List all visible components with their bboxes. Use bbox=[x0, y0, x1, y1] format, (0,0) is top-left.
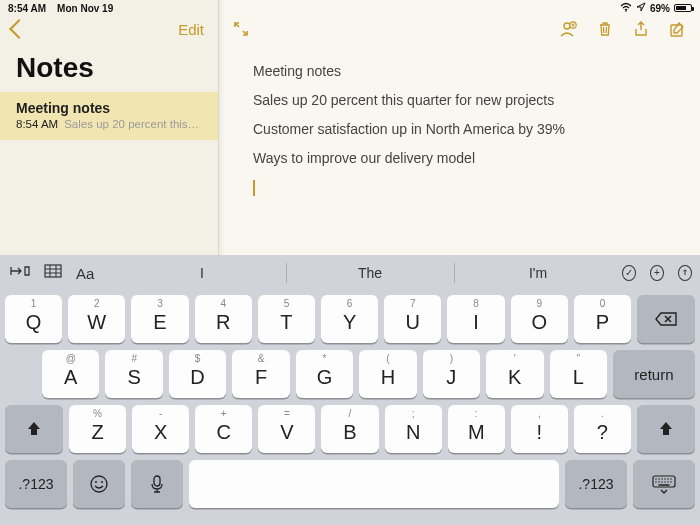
key-w[interactable]: 2W bbox=[68, 295, 125, 343]
format-button[interactable]: Aa bbox=[76, 265, 94, 282]
key-y[interactable]: 6Y bbox=[321, 295, 378, 343]
note-line: Customer satisfaction up in North Americ… bbox=[253, 120, 690, 139]
back-icon[interactable] bbox=[9, 19, 29, 39]
check-circle-icon[interactable]: ✓ bbox=[622, 265, 636, 281]
key-rows: 1Q2W3E4R5T6Y7U8I9O0P @A#S$D&F*G(H)J'K"L … bbox=[0, 291, 700, 525]
key-m[interactable]: :M bbox=[448, 405, 505, 453]
note-line: Meeting notes bbox=[253, 62, 690, 81]
battery-pct: 69% bbox=[650, 3, 670, 14]
plus-circle-icon[interactable]: + bbox=[650, 265, 664, 281]
note-item-preview: Sales up 20 percent this… bbox=[64, 118, 199, 130]
edit-button[interactable]: Edit bbox=[178, 21, 204, 38]
key-n[interactable]: ;N bbox=[385, 405, 442, 453]
pen-circle-icon[interactable] bbox=[678, 265, 692, 281]
mic-key[interactable] bbox=[131, 460, 183, 508]
key-k[interactable]: 'K bbox=[486, 350, 543, 398]
trash-icon[interactable] bbox=[596, 20, 614, 38]
space-key[interactable] bbox=[189, 460, 559, 508]
tab-key-icon[interactable] bbox=[8, 264, 30, 282]
sidebar-title: Notes bbox=[0, 48, 218, 92]
note-item-title: Meeting notes bbox=[16, 100, 202, 116]
key-r[interactable]: 4R bbox=[195, 295, 252, 343]
key-p[interactable]: 0P bbox=[574, 295, 631, 343]
text-cursor bbox=[253, 180, 255, 196]
key-g[interactable]: *G bbox=[296, 350, 353, 398]
key-row-3: %Z-X+C=V/B;N:M,!.? bbox=[5, 405, 695, 453]
status-bar: 8:54 AM Mon Nov 19 69% bbox=[0, 0, 700, 16]
key-?[interactable]: .? bbox=[574, 405, 631, 453]
note-line: Ways to improve our delivery model bbox=[253, 149, 690, 168]
key-q[interactable]: 1Q bbox=[5, 295, 62, 343]
key-v[interactable]: =V bbox=[258, 405, 315, 453]
svg-rect-4 bbox=[45, 265, 61, 277]
suggestions: I The I'm bbox=[118, 255, 622, 291]
svg-point-7 bbox=[101, 481, 103, 483]
key-o[interactable]: 9O bbox=[511, 295, 568, 343]
emoji-key[interactable] bbox=[73, 460, 125, 508]
status-left: 8:54 AM Mon Nov 19 bbox=[8, 3, 113, 14]
location-icon bbox=[636, 2, 646, 14]
key-s[interactable]: #S bbox=[105, 350, 162, 398]
battery-icon bbox=[674, 4, 692, 12]
suggestion[interactable]: I bbox=[118, 255, 286, 291]
key-row-2: @A#S$D&F*G(H)J'K"L return bbox=[5, 350, 695, 398]
key-j[interactable]: )J bbox=[423, 350, 480, 398]
key-h[interactable]: (H bbox=[359, 350, 416, 398]
svg-rect-8 bbox=[154, 476, 160, 486]
table-icon[interactable] bbox=[44, 264, 62, 282]
add-person-icon[interactable] bbox=[558, 19, 578, 39]
share-icon[interactable] bbox=[632, 20, 650, 38]
backspace-key[interactable] bbox=[637, 295, 695, 343]
suggestion[interactable]: I'm bbox=[454, 255, 622, 291]
note-list-item[interactable]: Meeting notes 8:54 AMSales up 20 percent… bbox=[0, 92, 218, 140]
key-x[interactable]: -X bbox=[132, 405, 189, 453]
wifi-icon bbox=[620, 2, 632, 14]
status-right: 69% bbox=[620, 2, 692, 14]
note-item-subtitle: 8:54 AMSales up 20 percent this… bbox=[16, 118, 202, 130]
svg-point-6 bbox=[95, 481, 97, 483]
key-row-1: 1Q2W3E4R5T6Y7U8I9O0P bbox=[5, 295, 695, 343]
key-t[interactable]: 5T bbox=[258, 295, 315, 343]
svg-point-0 bbox=[625, 10, 627, 12]
key-a[interactable]: @A bbox=[42, 350, 99, 398]
key-f[interactable]: &F bbox=[232, 350, 289, 398]
svg-point-5 bbox=[91, 476, 107, 492]
mode-key[interactable]: .?123 bbox=[5, 460, 67, 508]
hide-keyboard-key[interactable] bbox=[633, 460, 695, 508]
key-z[interactable]: %Z bbox=[69, 405, 126, 453]
key-u[interactable]: 7U bbox=[384, 295, 441, 343]
key-c[interactable]: +C bbox=[195, 405, 252, 453]
key-d[interactable]: $D bbox=[169, 350, 226, 398]
key-i[interactable]: 8I bbox=[447, 295, 504, 343]
note-item-time: 8:54 AM bbox=[16, 118, 58, 130]
svg-point-1 bbox=[564, 23, 570, 29]
key-b[interactable]: /B bbox=[321, 405, 378, 453]
status-date: Mon Nov 19 bbox=[57, 3, 113, 14]
mode-key[interactable]: .?123 bbox=[565, 460, 627, 508]
keyboard: Aa I The I'm ✓ + 1Q2W3E4R5T6Y7U8I9O0P @A… bbox=[0, 255, 700, 525]
fullscreen-icon[interactable] bbox=[233, 21, 249, 37]
note-body[interactable]: Meeting notes Sales up 20 percent this q… bbox=[219, 48, 700, 206]
sidebar: Edit Notes Meeting notes 8:54 AMSales up… bbox=[0, 0, 218, 255]
suggestion[interactable]: The bbox=[286, 255, 454, 291]
key-l[interactable]: "L bbox=[550, 350, 607, 398]
compose-icon[interactable] bbox=[668, 20, 686, 38]
key-e[interactable]: 3E bbox=[131, 295, 188, 343]
note-line: Sales up 20 percent this quarter for new… bbox=[253, 91, 690, 110]
notes-app: Edit Notes Meeting notes 8:54 AMSales up… bbox=[0, 0, 700, 255]
status-time: 8:54 AM bbox=[8, 3, 46, 14]
shortcut-bar: Aa I The I'm ✓ + bbox=[0, 255, 700, 291]
return-key[interactable]: return bbox=[613, 350, 695, 398]
key-row-4: .?123 .?123 bbox=[5, 460, 695, 508]
shift-key[interactable] bbox=[637, 405, 695, 453]
key-![interactable]: ,! bbox=[511, 405, 568, 453]
shift-key[interactable] bbox=[5, 405, 63, 453]
editor-pane: Meeting notes Sales up 20 percent this q… bbox=[218, 0, 700, 255]
